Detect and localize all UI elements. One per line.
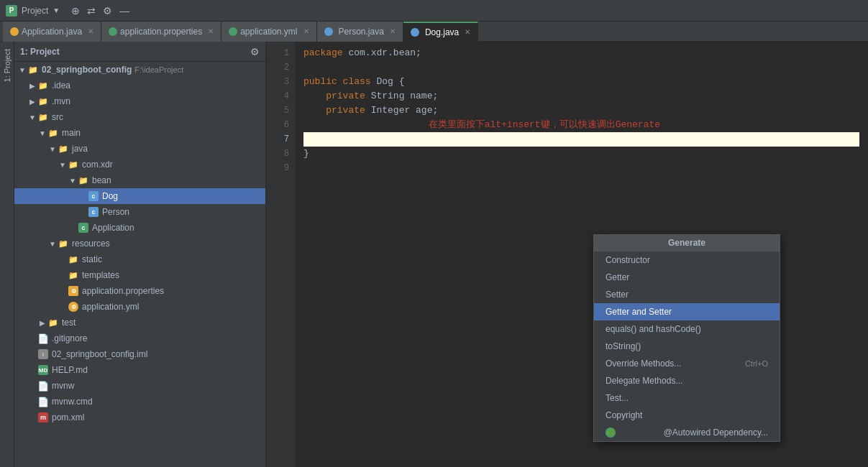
menu-item-getter[interactable]: Getter bbox=[594, 269, 780, 286]
tree-help-md[interactable]: MD HELP.md bbox=[14, 362, 265, 378]
split-icon[interactable]: ⇄ bbox=[87, 5, 96, 17]
bean-folder-icon: 📁 bbox=[78, 175, 89, 186]
tab-close-dog-java[interactable]: ✕ bbox=[465, 28, 470, 36]
pom-arrow bbox=[27, 414, 37, 422]
vertical-tab-label[interactable]: 1: Project bbox=[1, 45, 13, 86]
idea-label: .idea bbox=[52, 80, 70, 91]
navigate-icon[interactable]: ⊕ bbox=[71, 5, 80, 17]
tree-iml[interactable]: i 02_springboot_config.iml bbox=[14, 346, 265, 362]
tab-close-app-props[interactable]: ✕ bbox=[208, 27, 214, 35]
iml-icon: i bbox=[37, 348, 49, 360]
root-path: F:\ideaProject bbox=[134, 65, 183, 74]
main-label: main bbox=[62, 128, 81, 138]
line-num-6: 6 bbox=[266, 118, 295, 132]
tree-mvnw[interactable]: 📄 mvnw bbox=[14, 378, 265, 394]
tree-pom-xml[interactable]: m pom.xml bbox=[14, 410, 265, 425]
menu-item-override-label: Override Methods... bbox=[606, 359, 681, 369]
code-line-9 bbox=[303, 161, 859, 175]
tree-application[interactable]: c Application bbox=[14, 220, 265, 236]
tab-person-java[interactable]: Person.java ✕ bbox=[317, 22, 403, 42]
minimize-icon[interactable]: — bbox=[119, 5, 129, 17]
tab-close-app-yml[interactable]: ✕ bbox=[303, 27, 309, 35]
test-label: test bbox=[62, 318, 76, 328]
root-label: 02_springboot_config bbox=[42, 65, 132, 75]
tab-close-person-java[interactable]: ✕ bbox=[390, 27, 396, 35]
tab-application-properties[interactable]: application.properties ✕ bbox=[101, 22, 221, 42]
git-icon: 📄 bbox=[37, 333, 49, 344]
line-num-1: 1 bbox=[266, 46, 295, 60]
test-folder-icon: 📁 bbox=[47, 317, 59, 328]
line-num-9: 9 bbox=[266, 161, 295, 175]
bean-label: bean bbox=[92, 175, 111, 185]
tab-application-java[interactable]: Application.java ✕ bbox=[3, 22, 101, 42]
tree-test[interactable]: ▶ 📁 test bbox=[14, 315, 265, 330]
menu-item-autowired[interactable]: 🌿 @Autowired Dependency... bbox=[594, 424, 780, 441]
resources-arrow: ▼ bbox=[47, 240, 58, 248]
menu-item-override[interactable]: Override Methods... Ctrl+O bbox=[594, 355, 780, 372]
generate-context-menu: Generate Constructor Getter Setter Gette… bbox=[593, 234, 780, 442]
tree-person[interactable]: c Person bbox=[14, 204, 265, 220]
menu-item-copyright[interactable]: Copyright bbox=[594, 407, 780, 424]
vertical-tab-panel: 1: Project bbox=[0, 42, 14, 467]
tree-app-props[interactable]: ⚙ application.properties bbox=[14, 283, 265, 299]
tree-root[interactable]: ▼ 📁 02_springboot_config F:\ideaProject bbox=[14, 62, 265, 78]
templates-label: templates bbox=[82, 270, 119, 280]
menu-item-tostring[interactable]: toString() bbox=[594, 338, 780, 355]
sidebar-header: 1: Project ⚙ bbox=[14, 42, 265, 62]
gear-icon[interactable]: ⚙ bbox=[250, 46, 260, 57]
resources-label: resources bbox=[72, 239, 110, 249]
src-label: src bbox=[52, 112, 63, 122]
iml-arrow bbox=[27, 351, 37, 359]
settings-icon[interactable]: ⚙ bbox=[103, 5, 112, 17]
tree-mvn[interactable]: ▶ 📁 .mvn bbox=[14, 93, 265, 109]
tab-icon-dog-java bbox=[411, 28, 419, 37]
mvnw-cmd-arrow bbox=[27, 398, 37, 406]
menu-item-delegate-label: Delegate Methods... bbox=[606, 376, 682, 386]
line-num-7: 7 bbox=[266, 132, 295, 147]
tree-com-xdr[interactable]: ▼ 📁 com.xdr bbox=[14, 157, 265, 172]
md-arrow bbox=[27, 366, 37, 374]
pom-xml-label: pom.xml bbox=[52, 412, 84, 422]
tabs-bar: Application.java ✕ application.propertie… bbox=[0, 22, 868, 42]
tree-idea[interactable]: ▶ 📁 .idea bbox=[14, 78, 265, 93]
tab-application-yml[interactable]: application.yml ✕ bbox=[221, 22, 316, 42]
tree-main[interactable]: ▼ 📁 main bbox=[14, 125, 265, 141]
iml-label: 02_springboot_config.iml bbox=[52, 349, 147, 359]
main-folder-icon: 📁 bbox=[47, 127, 59, 139]
tab-icon-person-java bbox=[324, 27, 333, 36]
tree-static[interactable]: 📁 static bbox=[14, 251, 265, 267]
tab-label-dog-java: Dog.java bbox=[425, 27, 459, 37]
tree-gitignore[interactable]: 📄 .gitignore bbox=[14, 330, 265, 346]
tab-label-person-java: Person.java bbox=[339, 27, 384, 37]
tree-dog[interactable]: c Dog bbox=[14, 188, 265, 204]
menu-item-setter[interactable]: Setter bbox=[594, 286, 780, 303]
title-project-label: Project bbox=[22, 6, 48, 16]
menu-item-delegate[interactable]: Delegate Methods... bbox=[594, 372, 780, 389]
mvn-label: .mvn bbox=[52, 96, 70, 106]
tree-resources[interactable]: ▼ 📁 resources bbox=[14, 236, 265, 251]
tree-templates[interactable]: 📁 templates bbox=[14, 267, 265, 283]
tree-app-yml[interactable]: ⚙ application.yml bbox=[14, 299, 265, 315]
code-line-4: private String name; bbox=[303, 89, 859, 103]
tab-close-application-java[interactable]: ✕ bbox=[88, 27, 93, 35]
tree-java[interactable]: ▼ 📁 java bbox=[14, 141, 265, 157]
props-arrow bbox=[58, 287, 68, 295]
application-label: Application bbox=[92, 223, 134, 233]
dog-java-icon: c bbox=[88, 190, 99, 202]
menu-item-test[interactable]: Test... bbox=[594, 389, 780, 407]
bean-arrow: ▼ bbox=[68, 177, 78, 185]
tree-src[interactable]: ▼ 📁 src bbox=[14, 109, 265, 125]
app-container: P Project ▼ ⊕ ⇄ ⚙ — Application.java ✕ a… bbox=[0, 0, 868, 467]
code-content[interactable]: package com.xdr.bean; public class Dog {… bbox=[295, 42, 868, 467]
code-line-8: } bbox=[303, 147, 859, 161]
tab-dog-java[interactable]: Dog.java ✕ bbox=[403, 22, 478, 42]
generate-menu-header: Generate bbox=[594, 235, 780, 251]
menu-item-getter-setter[interactable]: Getter and Setter bbox=[594, 303, 780, 320]
menu-item-equals-hashcode[interactable]: equals() and hashCode() bbox=[594, 320, 780, 338]
menu-item-constructor[interactable]: Constructor bbox=[594, 251, 780, 269]
code-line-2 bbox=[303, 60, 859, 75]
tree-mvnw-cmd[interactable]: 📄 mvnw.cmd bbox=[14, 394, 265, 410]
line-num-2: 2 bbox=[266, 60, 295, 75]
tree-bean[interactable]: ▼ 📁 bean bbox=[14, 172, 265, 188]
com-xdr-label: com.xdr bbox=[82, 159, 113, 170]
